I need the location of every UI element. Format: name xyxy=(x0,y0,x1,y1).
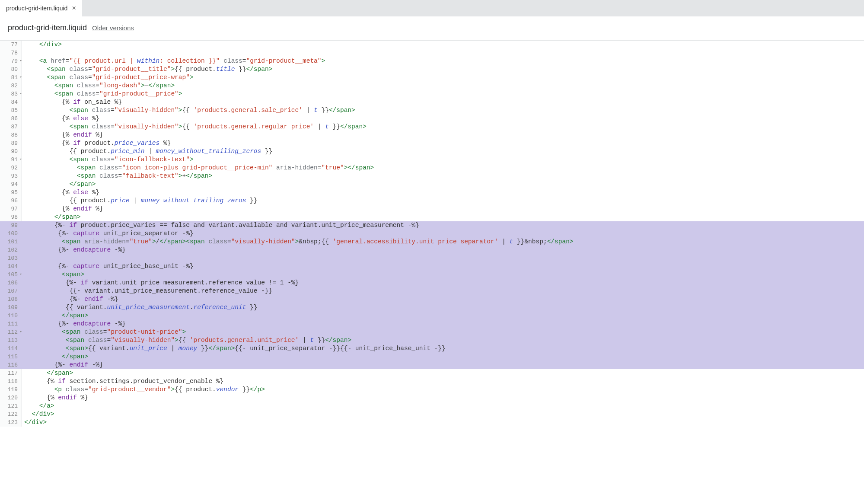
code-line[interactable]: 109 {{ variant.unit_price_measurement.re… xyxy=(0,303,864,312)
code-content[interactable]: {% endif %} xyxy=(22,205,864,213)
code-content[interactable]: </div> xyxy=(22,41,864,49)
code-line[interactable]: 114 <span>{{ variant.unit_price | money … xyxy=(0,345,864,353)
code-line[interactable]: 101 <span aria-hidden="true">/</span><sp… xyxy=(0,238,864,246)
code-content[interactable]: <span class="grid-product__price"> xyxy=(22,90,864,98)
code-content[interactable]: </span> xyxy=(22,369,864,377)
code-line[interactable]: 98 </span> xyxy=(0,213,864,221)
code-content[interactable]: <span aria-hidden="true">/</span><span c… xyxy=(22,238,864,246)
code-content[interactable] xyxy=(22,254,864,262)
tab-file[interactable]: product-grid-item.liquid × xyxy=(0,0,83,16)
code-content[interactable] xyxy=(22,49,864,57)
code-line[interactable]: 108 {%- endif -%} xyxy=(0,295,864,303)
code-content[interactable]: <span> xyxy=(22,271,864,279)
code-content[interactable]: <span class="visually-hidden">{{ 'produc… xyxy=(22,336,864,345)
code-content[interactable]: </span> xyxy=(22,353,864,361)
code-content[interactable]: {%- if product.price_varies == false and… xyxy=(22,221,864,230)
code-line[interactable]: 111 {%- endcapture -%} xyxy=(0,320,864,328)
code-content[interactable]: <span class="fallback-text">+</span> xyxy=(22,172,864,180)
code-line[interactable]: 102 {%- endcapture -%} xyxy=(0,246,864,254)
code-content[interactable]: <span class="icon icon-plus grid-product… xyxy=(22,164,864,172)
code-content[interactable]: </div> xyxy=(22,410,864,418)
code-line[interactable]: 77 </div> xyxy=(0,41,864,49)
code-content[interactable]: <a href="{{ product.url | within: collec… xyxy=(22,57,864,65)
code-content[interactable]: </span> xyxy=(22,312,864,320)
code-line[interactable]: 117 </span> xyxy=(0,369,864,377)
code-line[interactable]: 120 {% endif %} xyxy=(0,394,864,402)
code-content[interactable]: <span class="visually-hidden">{{ 'produc… xyxy=(22,106,864,115)
code-content[interactable]: <span class="product-unit-price"> xyxy=(22,328,864,336)
code-content[interactable]: </div> xyxy=(22,418,864,427)
code-line[interactable]: 89 {% if product.price_varies %} xyxy=(0,139,864,147)
code-line[interactable]: 118 {% if section.settings.product_vendo… xyxy=(0,377,864,386)
code-line[interactable]: 103 xyxy=(0,254,864,262)
code-line[interactable]: 110 </span> xyxy=(0,312,864,320)
code-content[interactable]: {%- endcapture -%} xyxy=(22,320,864,328)
code-content[interactable]: </span> xyxy=(22,180,864,188)
code-content[interactable]: </span> xyxy=(22,213,864,221)
chevron-down-icon[interactable]: ▾ xyxy=(20,156,22,164)
code-line[interactable]: 94 </span> xyxy=(0,180,864,188)
code-content[interactable]: {{ product.price_min | money_without_tra… xyxy=(22,147,864,156)
code-content[interactable]: </a> xyxy=(22,402,864,410)
code-content[interactable]: {% endif %} xyxy=(22,131,864,139)
code-line[interactable]: 106 {%- if variant.unit_price_measuremen… xyxy=(0,279,864,287)
code-line[interactable]: 88 {% endif %} xyxy=(0,131,864,139)
code-line[interactable]: 85 <span class="visually-hidden">{{ 'pro… xyxy=(0,106,864,115)
chevron-down-icon[interactable]: ▾ xyxy=(20,90,22,98)
code-line[interactable]: 123</div> xyxy=(0,418,864,427)
code-line[interactable]: 86 {% else %} xyxy=(0,115,864,123)
code-line[interactable]: 121 </a> xyxy=(0,402,864,410)
code-content[interactable]: <p class="grid-product__vendor">{{ produ… xyxy=(22,386,864,394)
code-content[interactable]: {{- variant.unit_price_measurement.refer… xyxy=(22,287,864,295)
code-content[interactable]: {%- capture unit_price_base_unit -%} xyxy=(22,262,864,271)
code-editor[interactable]: 77 </div>78 79▾ <a href="{{ product.url … xyxy=(0,41,864,427)
code-content[interactable]: {% endif %} xyxy=(22,394,864,402)
code-line[interactable]: 80 <span class="grid-product__title">{{ … xyxy=(0,65,864,73)
code-line[interactable]: 78 xyxy=(0,49,864,57)
code-line[interactable]: 107 {{- variant.unit_price_measurement.r… xyxy=(0,287,864,295)
code-content[interactable]: {%- if variant.unit_price_measurement.re… xyxy=(22,279,864,287)
close-icon[interactable]: × xyxy=(72,4,76,12)
code-line[interactable]: 93 <span class="fallback-text">+</span> xyxy=(0,172,864,180)
code-content[interactable]: {% if product.price_varies %} xyxy=(22,139,864,147)
code-content[interactable]: {%- endif -%} xyxy=(22,295,864,303)
code-content[interactable]: <span>{{ variant.unit_price | money }}</… xyxy=(22,345,864,353)
code-line[interactable]: 82 <span class="long-dash">—</span> xyxy=(0,82,864,90)
code-line[interactable]: 90 {{ product.price_min | money_without_… xyxy=(0,147,864,156)
code-line[interactable]: 99 {%- if product.price_varies == false … xyxy=(0,221,864,230)
code-content[interactable]: {{ variant.unit_price_measurement.refere… xyxy=(22,303,864,312)
code-line[interactable]: 92 <span class="icon icon-plus grid-prod… xyxy=(0,164,864,172)
chevron-down-icon[interactable]: ▾ xyxy=(20,328,22,336)
code-line[interactable]: 95 {% else %} xyxy=(0,188,864,197)
code-content[interactable]: {{ product.price | money_without_trailin… xyxy=(22,197,864,205)
code-line[interactable]: 112▾ <span class="product-unit-price"> xyxy=(0,328,864,336)
code-content[interactable]: {% else %} xyxy=(22,188,864,197)
chevron-down-icon[interactable]: ▾ xyxy=(20,271,22,279)
code-line[interactable]: 113 <span class="visually-hidden">{{ 'pr… xyxy=(0,336,864,345)
code-line[interactable]: 116 {%- endif -%} xyxy=(0,361,864,369)
code-content[interactable]: {%- endcapture -%} xyxy=(22,246,864,254)
code-line[interactable]: 122 </div> xyxy=(0,410,864,418)
code-line[interactable]: 96 {{ product.price | money_without_trai… xyxy=(0,197,864,205)
code-line[interactable]: 87 <span class="visually-hidden">{{ 'pro… xyxy=(0,123,864,131)
code-line[interactable]: 105▾ <span> xyxy=(0,271,864,279)
older-versions-link[interactable]: Older versions xyxy=(92,24,134,32)
code-content[interactable]: {%- endif -%} xyxy=(22,361,864,369)
code-content[interactable]: {% else %} xyxy=(22,115,864,123)
code-line[interactable]: 104 {%- capture unit_price_base_unit -%} xyxy=(0,262,864,271)
code-content[interactable]: <span class="icon-fallback-text"> xyxy=(22,156,864,164)
code-line[interactable]: 97 {% endif %} xyxy=(0,205,864,213)
code-line[interactable]: 84 {% if on_sale %} xyxy=(0,98,864,106)
code-content[interactable]: {% if on_sale %} xyxy=(22,98,864,106)
code-line[interactable]: 115 </span> xyxy=(0,353,864,361)
code-line[interactable]: 100 {%- capture unit_price_separator -%} xyxy=(0,230,864,238)
code-content[interactable]: <span class="grid-product__title">{{ pro… xyxy=(22,65,864,73)
code-line[interactable]: 83▾ <span class="grid-product__price"> xyxy=(0,90,864,98)
chevron-down-icon[interactable]: ▾ xyxy=(20,57,22,65)
code-line[interactable]: 119 <p class="grid-product__vendor">{{ p… xyxy=(0,386,864,394)
code-content[interactable]: <span class="grid-product__price-wrap"> xyxy=(22,73,864,82)
code-line[interactable]: 91▾ <span class="icon-fallback-text"> xyxy=(0,156,864,164)
code-content[interactable]: <span class="visually-hidden">{{ 'produc… xyxy=(22,123,864,131)
code-content[interactable]: {% if section.settings.product_vendor_en… xyxy=(22,377,864,386)
code-line[interactable]: 79▾ <a href="{{ product.url | within: co… xyxy=(0,57,864,65)
